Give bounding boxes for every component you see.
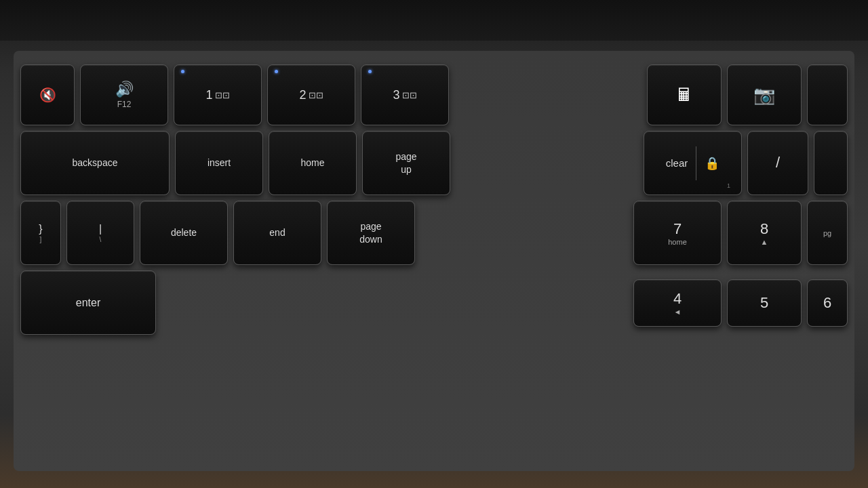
indicator-dot-1 xyxy=(181,70,184,73)
clear-divider xyxy=(696,146,696,180)
row-backspace: backspace insert home pageup clear 🔒 xyxy=(14,131,854,195)
key-clear[interactable]: clear 🔒 1 xyxy=(644,131,742,195)
keyboard-surface: 🔇 🔊 F12 1 ⊡⊡ 2 ⊡⊡ xyxy=(14,51,854,471)
row-delete: } ] | \ delete end pagedown 7 home xyxy=(14,201,854,265)
key-num8[interactable]: 8 ▲ xyxy=(727,201,802,265)
pagedown-label: pagedown xyxy=(359,220,382,245)
key-end[interactable]: end xyxy=(233,201,321,265)
brace-label: } xyxy=(39,222,42,235)
mute-icon: 🔇 xyxy=(39,87,56,103)
key-pageup[interactable]: pageup xyxy=(362,131,450,195)
calculator-icon: 🖩 xyxy=(675,85,693,106)
num8-sub: ▲ xyxy=(761,238,768,246)
delete-label: delete xyxy=(171,227,197,239)
key-enter[interactable]: enter xyxy=(20,270,156,335)
vol-icon: 🔊 xyxy=(115,81,134,98)
end-label: end xyxy=(269,227,285,239)
key-num5[interactable]: 5 xyxy=(727,279,802,327)
key-mute[interactable]: 🔇 xyxy=(20,64,75,125)
num4-label: 4 xyxy=(673,290,682,308)
insert-label: insert xyxy=(208,157,231,169)
key-pipe-backslash[interactable]: | \ xyxy=(66,201,134,265)
display1-icon: ⊡⊡ xyxy=(215,90,230,100)
display1-number: 1 xyxy=(205,88,212,102)
clear-label: clear xyxy=(666,157,688,169)
camera-icon: 📷 xyxy=(753,85,775,106)
key-insert[interactable]: insert xyxy=(175,131,263,195)
row-media: 🔇 🔊 F12 1 ⊡⊡ 2 ⊡⊡ xyxy=(14,64,854,125)
indicator-dot-3 xyxy=(368,70,372,73)
key-partial-r2[interactable] xyxy=(814,131,848,195)
key-num-pgup-partial[interactable]: pg xyxy=(807,201,848,265)
key-display1[interactable]: 1 ⊡⊡ xyxy=(174,64,262,125)
display2-number: 2 xyxy=(299,88,306,102)
num6-label: 6 xyxy=(823,294,831,312)
key-num4[interactable]: 4 ◄ xyxy=(633,279,722,327)
row-enter: enter 4 ◄ 5 6 xyxy=(14,270,854,335)
key-delete[interactable]: delete xyxy=(140,201,228,265)
pgup-partial-label: pg xyxy=(823,229,831,237)
bracket-label: ] xyxy=(40,236,42,243)
key-display2[interactable]: 2 ⊡⊡ xyxy=(267,64,355,125)
key-screenshot[interactable]: 📷 xyxy=(727,64,802,125)
backslash-label: \ xyxy=(100,236,102,243)
key-vol-f12[interactable]: 🔊 F12 xyxy=(80,64,168,125)
key-brace-bracket[interactable]: } ] xyxy=(20,201,61,265)
key-slash[interactable]: / xyxy=(747,131,808,195)
key-num6[interactable]: 6 xyxy=(807,279,848,327)
key-calculator[interactable]: 🖩 xyxy=(647,64,722,125)
pageup-label: pageup xyxy=(395,150,416,175)
display3-number: 3 xyxy=(393,88,399,102)
key-partial-r1[interactable] xyxy=(807,64,848,125)
num4-sub: ◄ xyxy=(674,308,682,316)
key-home[interactable]: home xyxy=(269,131,357,195)
num7-sub: home xyxy=(668,238,687,246)
num5-label: 5 xyxy=(760,294,768,312)
key-pagedown[interactable]: pagedown xyxy=(327,201,415,265)
display3-icon: ⊡⊡ xyxy=(402,90,417,100)
display2-icon: ⊡⊡ xyxy=(309,90,323,100)
key-display3[interactable]: 3 ⊡⊡ xyxy=(361,64,449,125)
home-label: home xyxy=(300,157,324,169)
num8-label: 8 xyxy=(760,220,768,238)
pipe-label: | xyxy=(99,222,102,235)
keyboard-background: 🔇 🔊 F12 1 ⊡⊡ 2 ⊡⊡ xyxy=(0,0,868,488)
top-bar xyxy=(0,0,868,41)
numlock-icon: 🔒 xyxy=(705,156,719,171)
key-backspace[interactable]: backspace xyxy=(20,131,170,195)
backspace-label: backspace xyxy=(73,157,118,169)
slash-label: / xyxy=(776,154,780,171)
key-num7[interactable]: 7 home xyxy=(633,201,722,265)
enter-label: enter xyxy=(76,296,100,309)
num7-label: 7 xyxy=(673,220,682,238)
numlock-sublabel: 1 xyxy=(727,182,730,189)
indicator-dot-2 xyxy=(275,70,278,73)
